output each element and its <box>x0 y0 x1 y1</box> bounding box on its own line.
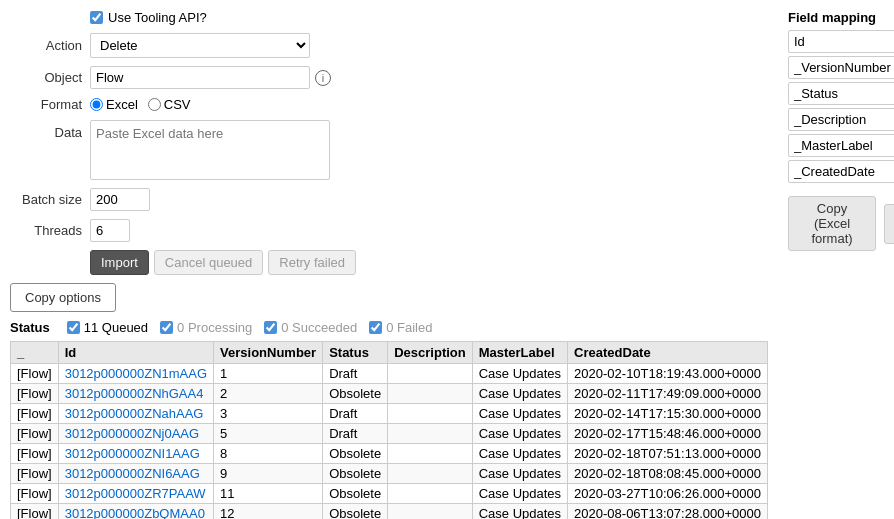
status-failed-item: 0 Failed <box>369 320 432 335</box>
cell-master-label: Case Updates <box>472 464 567 484</box>
status-queued-checkbox[interactable] <box>67 321 80 334</box>
id-link[interactable]: 3012p000000ZN1mAAG <box>65 366 207 381</box>
data-table: _ Id VersionNumber Status Description Ma… <box>10 341 768 519</box>
table-row: [Flow] 3012p000000ZR7PAAW 11 Obsolete Ca… <box>11 484 768 504</box>
cell-type: [Flow] <box>11 464 59 484</box>
status-failed-checkbox[interactable] <box>369 321 382 334</box>
threads-input[interactable] <box>90 219 130 242</box>
copy-excel-button[interactable]: Copy (Excel format) <box>788 196 876 251</box>
cell-version: 8 <box>214 444 323 464</box>
cell-description <box>388 504 473 520</box>
cell-created-date: 2020-02-11T17:49:09.000+0000 <box>568 384 768 404</box>
field-id-input[interactable] <box>788 30 894 53</box>
cell-created-date: 2020-08-06T13:07:28.000+0000 <box>568 504 768 520</box>
import-button[interactable]: Import <box>90 250 149 275</box>
cell-master-label: Case Updates <box>472 484 567 504</box>
id-link[interactable]: 3012p000000ZNhGAA4 <box>65 386 204 401</box>
field-mapping-title: Field mapping <box>788 10 894 25</box>
id-link[interactable]: 3012p000000ZNj0AAG <box>65 426 199 441</box>
id-link[interactable]: 3012p000000ZNI6AAG <box>65 466 200 481</box>
cell-description <box>388 364 473 384</box>
cell-status: Obsolete <box>323 504 388 520</box>
cell-status: Obsolete <box>323 444 388 464</box>
status-processing-checkbox[interactable] <box>160 321 173 334</box>
cell-master-label: Case Updates <box>472 424 567 444</box>
format-label: Format <box>10 97 90 112</box>
batch-size-label: Batch size <box>10 192 90 207</box>
table-row: [Flow] 3012p000000ZNhGAA4 2 Obsolete Cas… <box>11 384 768 404</box>
cell-type: [Flow] <box>11 404 59 424</box>
cell-description <box>388 464 473 484</box>
cell-master-label: Case Updates <box>472 384 567 404</box>
id-link[interactable]: 3012p000000ZNahAAG <box>65 406 204 421</box>
status-succeeded-item: 0 Succeeded <box>264 320 357 335</box>
col-description: Description <box>388 342 473 364</box>
field-description-input[interactable] <box>788 108 894 131</box>
cancel-queued-button[interactable]: Cancel queued <box>154 250 263 275</box>
cell-id: 3012p000000ZNI6AAG <box>58 464 213 484</box>
cell-master-label: Case Updates <box>472 404 567 424</box>
table-row: [Flow] 3012p000000ZN1mAAG 1 Draft Case U… <box>11 364 768 384</box>
cell-description <box>388 424 473 444</box>
cell-master-label: Case Updates <box>472 444 567 464</box>
cell-created-date: 2020-02-10T18:19:43.000+0000 <box>568 364 768 384</box>
status-processing-text: 0 Processing <box>177 320 252 335</box>
id-link[interactable]: 3012p000000ZbQMAA0 <box>65 506 205 519</box>
cell-description <box>388 444 473 464</box>
cell-type: [Flow] <box>11 424 59 444</box>
cell-created-date: 2020-02-17T15:48:46.000+0000 <box>568 424 768 444</box>
status-processing-item: 0 Processing <box>160 320 252 335</box>
copy-csv-button[interactable]: Copy (CSV) <box>884 204 894 244</box>
id-link[interactable]: 3012p000000ZNI1AAG <box>65 446 200 461</box>
col-created-date: CreatedDate <box>568 342 768 364</box>
cell-master-label: Case Updates <box>472 504 567 520</box>
field-status-input[interactable] <box>788 82 894 105</box>
format-csv-text: CSV <box>164 97 191 112</box>
cell-version: 1 <box>214 364 323 384</box>
cell-id: 3012p000000ZN1mAAG <box>58 364 213 384</box>
cell-status: Draft <box>323 424 388 444</box>
table-row: [Flow] 3012p000000ZNI1AAG 8 Obsolete Cas… <box>11 444 768 464</box>
col-type: _ <box>11 342 59 364</box>
table-row: [Flow] 3012p000000ZbQMAA0 12 Obsolete Ca… <box>11 504 768 520</box>
id-link[interactable]: 3012p000000ZR7PAAW <box>65 486 206 501</box>
action-label: Action <box>10 38 90 53</box>
cell-status: Obsolete <box>323 384 388 404</box>
cell-id: 3012p000000ZNhGAA4 <box>58 384 213 404</box>
field-createddate-input[interactable] <box>788 160 894 183</box>
cell-type: [Flow] <box>11 484 59 504</box>
data-textarea[interactable] <box>90 120 330 180</box>
col-status: Status <box>323 342 388 364</box>
cell-description <box>388 404 473 424</box>
cell-id: 3012p000000ZNj0AAG <box>58 424 213 444</box>
action-select[interactable]: Delete Insert Update Upsert <box>90 33 310 58</box>
status-label: Status <box>10 320 50 335</box>
format-csv-radio[interactable] <box>148 98 161 111</box>
cell-id: 3012p000000ZR7PAAW <box>58 484 213 504</box>
cell-version: 2 <box>214 384 323 404</box>
field-version-input[interactable] <box>788 56 894 79</box>
cell-status: Obsolete <box>323 484 388 504</box>
retry-failed-button[interactable]: Retry failed <box>268 250 356 275</box>
batch-size-input[interactable] <box>90 188 150 211</box>
format-csv-label[interactable]: CSV <box>148 97 191 112</box>
cell-id: 3012p000000ZNI1AAG <box>58 444 213 464</box>
use-tooling-api-checkbox[interactable] <box>90 11 103 24</box>
cell-version: 5 <box>214 424 323 444</box>
table-row: [Flow] 3012p000000ZNj0AAG 5 Draft Case U… <box>11 424 768 444</box>
status-queued-text: 11 Queued <box>84 320 148 335</box>
threads-label: Threads <box>10 223 90 238</box>
cell-status: Obsolete <box>323 464 388 484</box>
copy-options-button[interactable]: Copy options <box>10 283 116 312</box>
status-succeeded-checkbox[interactable] <box>264 321 277 334</box>
object-input[interactable] <box>90 66 310 89</box>
cell-created-date: 2020-02-18T08:08:45.000+0000 <box>568 464 768 484</box>
table-row: [Flow] 3012p000000ZNahAAG 3 Draft Case U… <box>11 404 768 424</box>
cell-description <box>388 384 473 404</box>
cell-master-label: Case Updates <box>472 364 567 384</box>
format-excel-radio[interactable] <box>90 98 103 111</box>
cell-description <box>388 484 473 504</box>
field-masterlabel-input[interactable] <box>788 134 894 157</box>
format-excel-label[interactable]: Excel <box>90 97 138 112</box>
cell-type: [Flow] <box>11 444 59 464</box>
